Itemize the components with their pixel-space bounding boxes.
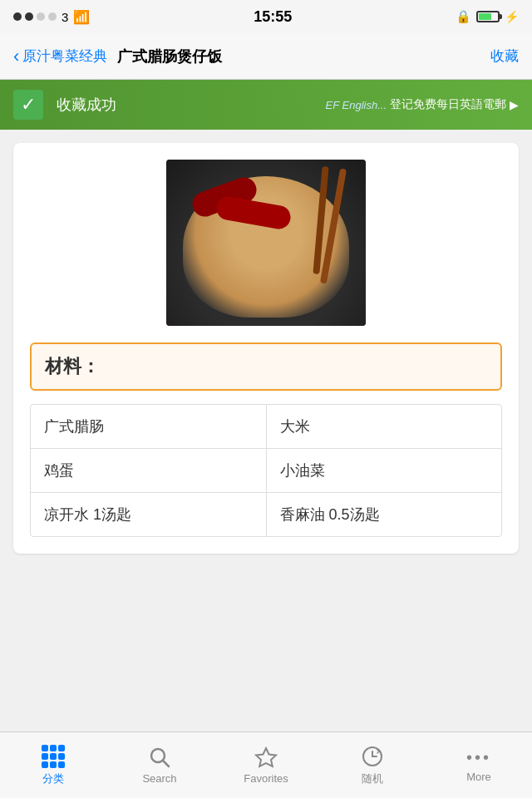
tab-more[interactable]: ••• More <box>426 732 532 798</box>
svg-line-1 <box>163 761 169 766</box>
battery-body <box>476 11 500 22</box>
ingredients-title: 材料： <box>45 356 100 377</box>
star-icon <box>254 746 278 769</box>
success-checkmark: ✓ <box>13 90 43 120</box>
ingredient-row-1: 鸡蛋 小油菜 <box>31 449 501 493</box>
lock-icon: 🔒 <box>456 9 471 24</box>
wifi-icon: 📶 <box>73 9 90 25</box>
ingredient-cell-1-1: 小油菜 <box>267 449 502 492</box>
ad-banner: ✓ 收藏成功 EF English... 登记免费每日英語電郵 ▶ <box>0 80 532 130</box>
nav-bar: ‹ 原汁粤菜经典 广式腊肠煲仔饭 收藏 <box>0 33 532 80</box>
carrier-label: 3 <box>62 10 68 24</box>
tab-favorites-label: Favorites <box>244 772 288 785</box>
status-bar: 3 📶 15:55 🔒 ⚡ <box>0 0 532 33</box>
ef-logo: EF English... <box>326 99 387 111</box>
dot-2 <box>25 12 33 21</box>
signal-dots <box>13 12 57 21</box>
tab-search-label: Search <box>142 772 176 785</box>
ingredients-header: 材料： <box>30 342 502 391</box>
tab-categories-label: 分类 <box>42 771 64 786</box>
tab-search[interactable]: Search <box>106 732 213 798</box>
ad-arrow-icon: ▶ <box>510 98 519 111</box>
recipe-image-wrapper <box>30 160 502 326</box>
favorite-button[interactable]: 收藏 <box>490 47 519 66</box>
success-text: 收藏成功 <box>57 95 116 115</box>
tab-random[interactable]: 随机 <box>319 732 426 798</box>
tab-favorites[interactable]: Favorites <box>213 732 319 798</box>
ingredient-cell-2-1: 香麻油 0.5汤匙 <box>267 493 502 536</box>
ad-cta-label: 登记免费每日英語電郵 <box>390 97 506 112</box>
ingredient-cell-0-0: 广式腊肠 <box>31 405 267 448</box>
status-left: 3 📶 <box>13 9 90 25</box>
tab-bar: 分类 Search Favorites 随机 ••• More <box>0 732 532 798</box>
more-icon: ••• <box>466 748 491 767</box>
ingredient-row-2: 凉开水 1汤匙 香麻油 0.5汤匙 <box>31 493 501 536</box>
recipe-image-art <box>166 160 366 326</box>
battery-fill <box>479 13 491 20</box>
ingredient-cell-0-1: 大米 <box>267 405 502 448</box>
back-button[interactable]: ‹ 原汁粤菜经典 <box>13 47 107 66</box>
recipe-card: 材料： 广式腊肠 大米 鸡蛋 小油菜 凉开水 1汤匙 香麻油 0.5汤匙 <box>13 143 519 554</box>
svg-marker-2 <box>256 748 276 766</box>
charge-icon: ⚡ <box>505 10 519 23</box>
random-icon <box>361 745 384 768</box>
ingredient-cell-1-0: 鸡蛋 <box>31 449 267 492</box>
main-content: 材料： 广式腊肠 大米 鸡蛋 小油菜 凉开水 1汤匙 香麻油 0.5汤匙 <box>0 130 532 732</box>
status-time: 15:55 <box>254 8 292 26</box>
search-icon <box>148 746 171 769</box>
recipe-image <box>166 160 366 326</box>
ad-cta[interactable]: EF English... 登记免费每日英語電郵 ▶ <box>326 97 519 112</box>
dot-1 <box>13 12 22 21</box>
dot-3 <box>37 12 45 21</box>
page-title: 广式腊肠煲仔饭 <box>117 47 480 66</box>
categories-icon <box>42 745 65 768</box>
tab-random-label: 随机 <box>362 771 383 786</box>
breadcrumb-label: 原汁粤菜经典 <box>22 47 107 66</box>
ingredient-row-0: 广式腊肠 大米 <box>31 405 501 449</box>
back-arrow-icon: ‹ <box>13 47 19 66</box>
dot-4 <box>48 12 57 21</box>
tab-categories[interactable]: 分类 <box>0 732 106 798</box>
tab-more-label: More <box>466 771 491 783</box>
ingredient-cell-2-0: 凉开水 1汤匙 <box>31 493 267 536</box>
battery-indicator <box>476 11 500 22</box>
ingredients-grid: 广式腊肠 大米 鸡蛋 小油菜 凉开水 1汤匙 香麻油 0.5汤匙 <box>30 404 502 537</box>
status-right: 🔒 ⚡ <box>456 9 519 24</box>
